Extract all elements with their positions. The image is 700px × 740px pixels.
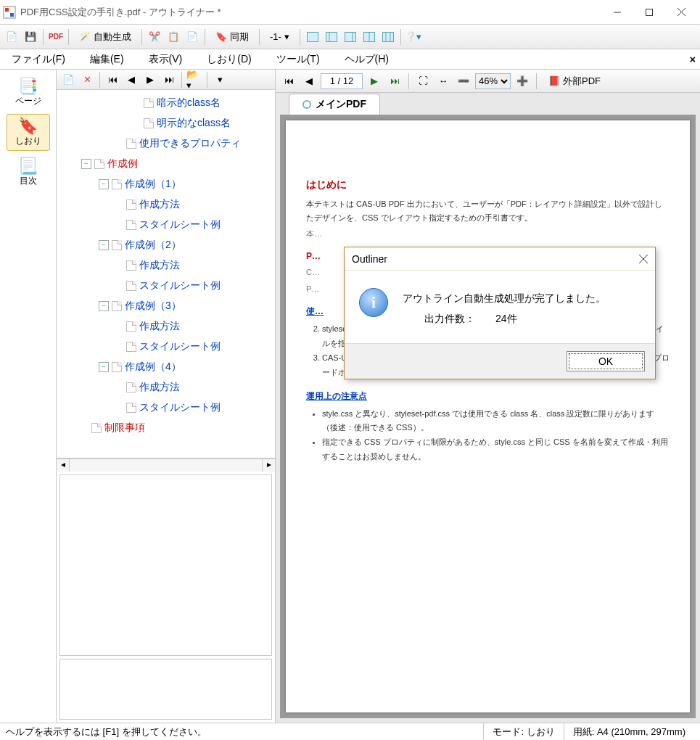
- outline-more-icon[interactable]: ▾: [211, 71, 228, 89]
- page-icon: [126, 220, 136, 230]
- page-icon: [126, 281, 136, 291]
- svg-rect-1: [5, 8, 9, 12]
- tree-label: 制限事項: [104, 422, 145, 435]
- tree-expander-icon[interactable]: −: [81, 159, 91, 169]
- layout3-icon[interactable]: [342, 28, 359, 46]
- page-icon: [144, 118, 154, 128]
- layout1-icon[interactable]: [304, 28, 321, 46]
- outline-last-icon[interactable]: ⏭: [160, 71, 178, 89]
- auto-generate-button[interactable]: 🪄自動生成: [73, 28, 138, 46]
- nav-bookmark[interactable]: 🔖しおり: [7, 114, 50, 151]
- copy-icon[interactable]: 📋: [165, 28, 182, 46]
- outline-add-icon[interactable]: 📄: [59, 71, 77, 89]
- outline-panel: 📄 ✕ ⏮ ◀ ▶ ⏭ 📂▾ ▾ 暗示的class名明示的なclass名使用でき…: [57, 70, 276, 723]
- tree-item[interactable]: スタイルシート例: [59, 215, 272, 235]
- wand-icon: 🪄: [79, 31, 91, 42]
- tree-item[interactable]: スタイルシート例: [59, 276, 272, 296]
- tree-item[interactable]: 使用できるプロパティ: [59, 133, 272, 154]
- tree-expander-icon[interactable]: −: [99, 240, 109, 250]
- nav-page[interactable]: 📑ページ: [7, 74, 50, 111]
- dialog-ok-button[interactable]: OK: [567, 351, 645, 371]
- zoom-select[interactable]: 46%: [475, 73, 511, 89]
- page-icon: [144, 98, 154, 108]
- menu-tool[interactable]: ツール(T): [269, 51, 327, 68]
- sync-label: 同期: [230, 30, 249, 44]
- page-icon: [126, 403, 136, 413]
- tree-item[interactable]: −作成例（1）: [59, 174, 272, 194]
- status-mode: モード: しおり: [483, 723, 563, 740]
- pdf-next-icon[interactable]: ▶: [366, 73, 383, 90]
- menu-bookmark[interactable]: しおり(D): [199, 51, 258, 68]
- tree-item[interactable]: スタイルシート例: [59, 337, 272, 357]
- zoom-width-icon[interactable]: ↔: [435, 73, 452, 90]
- svg-rect-14: [382, 32, 393, 41]
- tree-item[interactable]: 暗示的class名: [59, 93, 272, 113]
- tree-item[interactable]: スタイルシート例: [59, 398, 272, 418]
- nav-toc[interactable]: 📃目次: [7, 154, 50, 191]
- close-button[interactable]: [665, 1, 697, 23]
- pdf-first-icon[interactable]: ⏮: [280, 73, 297, 90]
- menu-file[interactable]: ファイル(F): [4, 51, 73, 68]
- external-pdf-button[interactable]: 📕外部PDF: [542, 73, 607, 90]
- menu-close-icon[interactable]: ×: [690, 54, 696, 65]
- zoom-in-icon[interactable]: ➕: [514, 73, 531, 90]
- layout2-icon[interactable]: [323, 28, 340, 46]
- tree-expander-icon[interactable]: −: [99, 179, 109, 189]
- paste-icon[interactable]: 📄: [184, 28, 201, 46]
- tree-label: スタイルシート例: [139, 218, 221, 231]
- tree-item[interactable]: 作成方法: [59, 255, 272, 276]
- bookmark-icon: 🔖: [18, 118, 38, 135]
- new-icon[interactable]: 📄: [3, 28, 20, 46]
- pdf-prev-icon[interactable]: ◀: [300, 73, 318, 90]
- tree-item[interactable]: 作成方法: [59, 194, 272, 215]
- zoom-fit-icon[interactable]: ⛶: [414, 73, 432, 90]
- level-select[interactable]: -1-▾: [263, 28, 296, 46]
- zoom-out-icon[interactable]: ➖: [455, 73, 472, 90]
- layout5-icon[interactable]: [379, 28, 397, 46]
- dialog-close-icon[interactable]: [639, 255, 648, 263]
- tree-item[interactable]: 作成方法: [59, 377, 272, 398]
- outline-folder-icon[interactable]: 📂▾: [186, 71, 203, 89]
- tree-item[interactable]: 明示的なclass名: [59, 113, 272, 133]
- pdf-last-icon[interactable]: ⏭: [386, 73, 403, 90]
- outline-first-icon[interactable]: ⏮: [104, 71, 121, 89]
- outline-info-box: [59, 659, 272, 720]
- menu-bar: ファイル(F) 編集(E) 表示(V) しおり(D) ツール(T) ヘルプ(H)…: [0, 49, 700, 70]
- svg-rect-4: [646, 9, 653, 15]
- menu-help[interactable]: ヘルプ(H): [337, 51, 396, 68]
- menu-view[interactable]: 表示(V): [141, 51, 190, 68]
- outline-next-icon[interactable]: ▶: [141, 71, 159, 89]
- window-title: PDF用CSS設定の手引き.pdf - アウトライナー *: [20, 6, 221, 19]
- pdf-viewport[interactable]: はじめに 本テキストは CAS-UB PDF 出力において、ユーザーが「PDF：…: [280, 115, 696, 718]
- tree-expander-icon[interactable]: −: [99, 362, 109, 372]
- tree-item[interactable]: −作成例（4）: [59, 357, 272, 377]
- layout4-icon[interactable]: [361, 28, 378, 46]
- cut-icon[interactable]: ✂️: [146, 28, 163, 46]
- doc-b2: 指定できる CSS プロパティに制限があるため、style.css と同じ CS…: [322, 435, 670, 464]
- pdf-page-input[interactable]: [321, 73, 363, 89]
- outline-delete-icon[interactable]: ✕: [78, 71, 96, 89]
- tree-item[interactable]: −作成例: [59, 154, 272, 174]
- save-icon[interactable]: 💾: [22, 28, 39, 46]
- tab-main-pdf[interactable]: メインPDF: [289, 94, 380, 115]
- outline-tree[interactable]: 暗示的class名明示的なclass名使用できるプロパティ−作成例−作成例（1）…: [57, 90, 275, 459]
- tree-item[interactable]: 作成方法: [59, 316, 272, 337]
- minimize-button[interactable]: [601, 1, 633, 23]
- app-icon: [3, 6, 16, 19]
- tree-item[interactable]: 制限事項: [59, 418, 272, 438]
- pdf-icon[interactable]: PDF: [47, 28, 65, 46]
- tree-item[interactable]: −作成例（3）: [59, 296, 272, 316]
- help-icon[interactable]: ❔▾: [405, 28, 422, 46]
- maximize-button[interactable]: [633, 1, 665, 23]
- menu-edit[interactable]: 編集(E): [83, 51, 131, 68]
- chevron-down-icon: ▾: [284, 31, 289, 42]
- content-area: 📑ページ 🔖しおり 📃目次 📄 ✕ ⏮ ◀ ▶ ⏭ 📂▾ ▾ 暗示的class名…: [0, 70, 700, 723]
- outline-prev-icon[interactable]: ◀: [123, 71, 140, 89]
- level-label: -1-: [270, 31, 281, 42]
- tree-item[interactable]: −作成例（2）: [59, 235, 272, 255]
- page-icon: [126, 260, 136, 271]
- tree-expander-icon[interactable]: −: [99, 301, 109, 311]
- sync-button[interactable]: 🔖同期: [209, 28, 255, 46]
- external-pdf-label: 外部PDF: [563, 75, 601, 88]
- outline-hscroll[interactable]: ◂ ▸: [57, 459, 275, 472]
